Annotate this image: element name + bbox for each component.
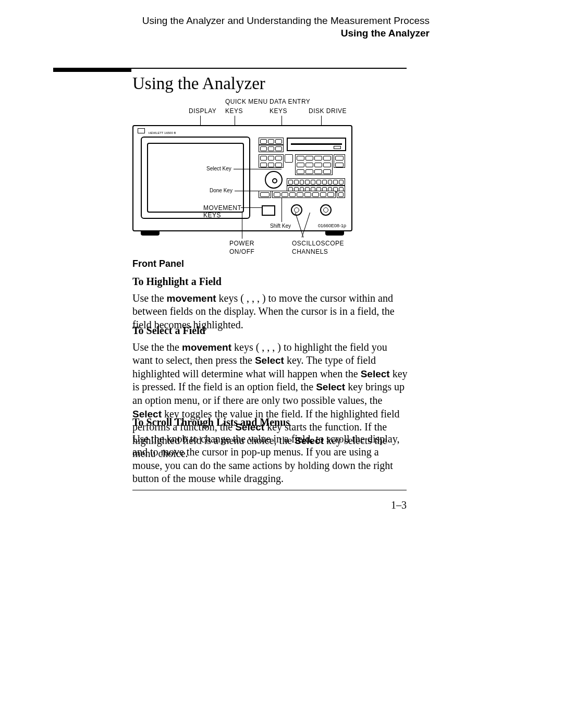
- keyword-movement: movement: [167, 293, 216, 304]
- callout-shift-key: Shift Key: [270, 223, 291, 229]
- chapter-title: Using the Analyzer and Understanding the…: [142, 15, 430, 27]
- front-panel-figure: DISPLAY QUICK MENU KEYS DATA ENTRY KEYS …: [132, 98, 357, 263]
- quick-menu-row-1: [259, 138, 284, 145]
- bnc-connector-1: [291, 204, 302, 216]
- figure-bottom-callouts: POWER ON/OFF OSCILLOSCOPE CHANNELS: [132, 231, 357, 263]
- heading-scroll: To Scroll Through Lists and Menus: [132, 416, 408, 429]
- select-key-button: [285, 154, 293, 163]
- callout-movement-keys: MOVEMENT KEYS: [203, 204, 241, 219]
- leader-line: [242, 213, 242, 239]
- callout-quick-menu-keys: KEYS: [225, 107, 243, 115]
- power-switch: [262, 205, 275, 216]
- running-header: Using the Analyzer and Understanding the…: [142, 15, 430, 40]
- callout-disk-drive: DISK DRIVE: [309, 107, 347, 115]
- keyword-select: Select: [255, 355, 284, 366]
- figure-part-id: 01660E08-1p: [318, 223, 346, 228]
- aux-keys: [334, 154, 345, 168]
- callout-power: POWER: [229, 240, 254, 247]
- hp-logo-icon: [138, 128, 145, 133]
- section-rule: [53, 68, 407, 69]
- section-name: Using the Analyzer: [142, 27, 430, 40]
- figure-caption: Front Panel: [132, 258, 184, 269]
- keyword-select: Select: [361, 368, 390, 379]
- heading-select: To Select a Field: [132, 324, 408, 338]
- quick-menu-row-2: [259, 145, 284, 152]
- heading-highlight: To Highlight a Field: [132, 275, 408, 289]
- keyword-select: Select: [316, 381, 345, 392]
- qwerty-row-1: [287, 178, 345, 186]
- model-text: HEWLETT 16500 B: [149, 131, 176, 134]
- leader-line: [282, 198, 282, 222]
- shift-key: [259, 191, 271, 198]
- page-number: 1–3: [391, 499, 407, 511]
- crt-bezel: [147, 143, 244, 213]
- leader-line: [200, 116, 201, 126]
- enter-key: [337, 191, 345, 198]
- arrow-keys-group: [259, 154, 284, 168]
- analyzer-chassis: HEWLETT 16500 B Select Key Done Key MOVE…: [132, 125, 352, 231]
- keyword-movement: movement: [182, 342, 231, 353]
- callout-oscilloscope: OSCILLOSCOPE: [292, 240, 344, 247]
- section-scroll: To Scroll Through Lists and Menus Use th…: [132, 416, 408, 486]
- callout-onoff: ON/OFF: [229, 248, 254, 255]
- knob-center-icon: [272, 178, 277, 183]
- callout-display: DISPLAY: [189, 107, 216, 115]
- numeric-keypad: [295, 154, 333, 175]
- bnc-connector-2: [320, 204, 332, 216]
- floppy-drive: [287, 138, 346, 151]
- page-title: Using the Analyzer: [132, 74, 265, 93]
- footer-rule: [132, 490, 407, 490]
- section-highlight: To Highlight a Field Use the movement ke…: [132, 275, 408, 331]
- callout-channels: CHANNELS: [292, 248, 328, 255]
- callout-data-entry: DATA ENTRY: [270, 98, 310, 105]
- paragraph: Use the knob to change the value in a fi…: [132, 433, 408, 486]
- spacebar-row: [272, 191, 336, 198]
- leader-line: [241, 207, 262, 208]
- figure-top-callouts: DISPLAY QUICK MENU KEYS DATA ENTRY KEYS …: [132, 98, 357, 123]
- floppy-eject-icon: [334, 146, 341, 149]
- floppy-slot: [291, 143, 342, 145]
- callout-quick-menu: QUICK MENU: [225, 98, 268, 105]
- rotary-knob: [265, 171, 283, 189]
- callout-data-entry-keys: KEYS: [270, 107, 287, 115]
- brand-badge: HEWLETT 16500 B: [138, 128, 185, 133]
